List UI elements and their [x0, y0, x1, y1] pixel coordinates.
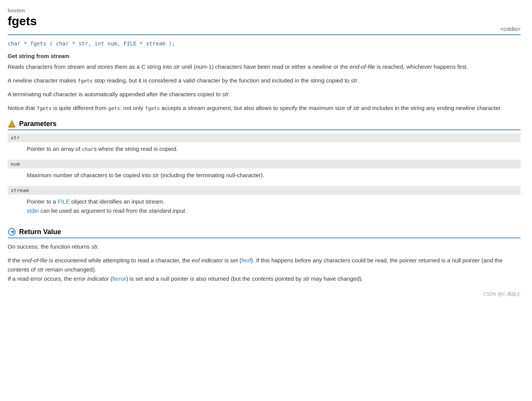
parameters-section: Parameters str Pointer to an array of ch…: [8, 120, 521, 218]
return-title: Return Value: [19, 228, 61, 236]
svg-marker-0: [8, 120, 15, 127]
return-icon: [8, 228, 16, 236]
return-section: Return Value On success, the function re…: [8, 228, 521, 283]
file-link[interactable]: FILE: [58, 198, 70, 205]
param-str: str Pointer to an array of chars where t…: [8, 133, 521, 157]
paragraph-2: A newline character makes fgets stop rea…: [8, 76, 521, 85]
paragraph-3: A terminating null character is automati…: [8, 90, 521, 99]
parameters-title: Parameters: [19, 120, 57, 128]
stdin-link[interactable]: stdin: [27, 207, 39, 214]
summary-title: Get string from stream: [8, 53, 521, 59]
return-header: Return Value: [8, 228, 521, 238]
parameters-header: Parameters: [8, 120, 521, 130]
param-stream: stream Pointer to a FILE object that ide…: [8, 186, 521, 218]
paragraph-1: Reads characters from stream and stores …: [8, 62, 521, 71]
param-stream-desc: Pointer to a FILE object that identifies…: [8, 195, 521, 218]
param-num-desc: Maximum number of characters to be copie…: [8, 168, 521, 183]
function-name: fgets: [8, 14, 37, 28]
feof-link[interactable]: feof: [241, 257, 251, 264]
return-para-1: On success, the function returns str.: [8, 242, 521, 251]
param-stream-name: stream: [8, 186, 521, 195]
ferror-link[interactable]: ferror: [112, 275, 126, 282]
param-num: num Maximum number of characters to be c…: [8, 160, 521, 183]
footer: CSDN @C·调战士: [8, 291, 521, 298]
paragraph-4: Notice that fgets is quite different fro…: [8, 103, 521, 113]
function-label: function: [8, 8, 521, 13]
param-str-desc: Pointer to an array of chars where the s…: [8, 142, 521, 157]
param-str-name: str: [8, 133, 521, 142]
signature: char * fgets ( char * str, int num, FILE…: [8, 40, 521, 47]
param-num-name: num: [8, 160, 521, 168]
return-para-2: If the end-of-file is encountered while …: [8, 256, 521, 283]
header-right: <cstdio>: [500, 26, 521, 32]
description-paragraphs: Reads characters from stream and stores …: [8, 62, 521, 113]
parameters-icon: [8, 120, 16, 128]
